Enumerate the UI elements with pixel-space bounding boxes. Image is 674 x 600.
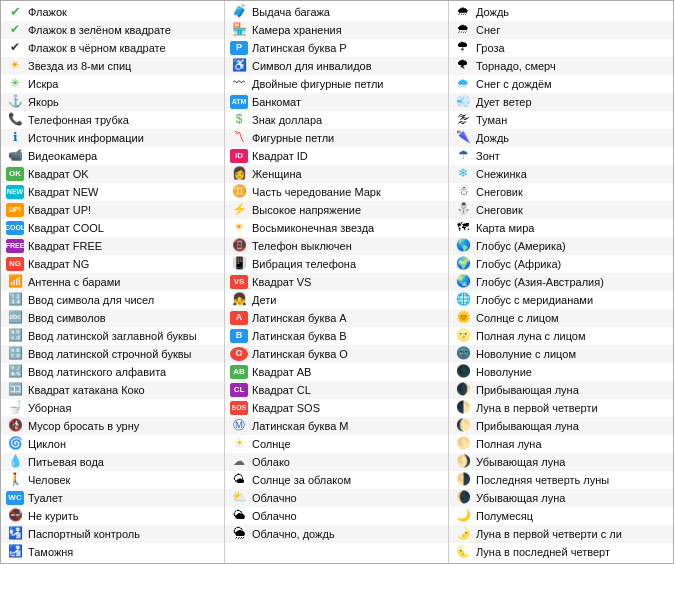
- item-label: Квадрат UP!: [28, 203, 91, 217]
- icon-cell: ATM: [229, 94, 249, 110]
- list-item: 🌨Снег: [449, 21, 673, 39]
- icon-cell: 🌒: [453, 382, 473, 398]
- item-label: Квадрат катакана Коко: [28, 383, 145, 397]
- item-label: Знак доллара: [252, 113, 322, 127]
- icon-cell: 🌏: [453, 274, 473, 290]
- icon-cell: 📹: [5, 148, 25, 164]
- list-item: 〽Фигурные петли: [225, 129, 448, 147]
- badge-icon: A: [230, 311, 248, 325]
- emoji-icon: ❄: [458, 166, 468, 182]
- icon-cell: ☃: [453, 184, 473, 200]
- emoji-icon: 🏪: [232, 22, 247, 38]
- item-label: Флажок: [28, 5, 67, 19]
- item-label: Квадрат NG: [28, 257, 89, 271]
- icon-cell: 🌫: [453, 112, 473, 128]
- icon-cell: COOL: [5, 220, 25, 236]
- emoji-icon: ☃: [458, 184, 469, 200]
- list-item: 🌕Полная луна: [449, 435, 673, 453]
- icon-cell: ✴: [229, 220, 249, 236]
- list-item: 🌫Туман: [449, 111, 673, 129]
- item-label: Солнце за облаком: [252, 473, 351, 487]
- item-label: Гроза: [476, 41, 505, 55]
- list-item: 🔠Ввод латинской строчной буквы: [1, 345, 224, 363]
- icon-cell: 🌪: [453, 58, 473, 74]
- list-item: ☀Солнце: [225, 435, 448, 453]
- icon-cell: ℹ: [5, 130, 25, 146]
- icon-cell: 🌎: [453, 238, 473, 254]
- list-item: ❄Снежинка: [449, 165, 673, 183]
- item-label: Новолуние: [476, 365, 532, 379]
- emoji-icon: 🌜: [456, 544, 471, 560]
- list-item: 🌤Солнце за облаком: [225, 471, 448, 489]
- list-item: ✔Флажок в зелёном квадрате: [1, 21, 224, 39]
- emoji-icon: 🈁: [8, 382, 23, 398]
- item-label: Прибывающая луна: [476, 419, 579, 433]
- icon-cell: 🔠: [5, 346, 25, 362]
- badge-icon: SOS: [230, 401, 248, 415]
- item-label: Снежинка: [476, 167, 527, 181]
- list-item: 🌑Новолуние: [449, 363, 673, 381]
- column-1: 🧳Выдача багажа🏪Камера храненияPЛатинская…: [225, 1, 449, 563]
- item-label: Облачно: [252, 491, 297, 505]
- emoji-icon: 🌙: [456, 508, 471, 524]
- badge-icon: AB: [230, 365, 248, 379]
- list-item: $Знак доллара: [225, 111, 448, 129]
- list-item: 🏪Камера хранения: [225, 21, 448, 39]
- icon-cell: 🌧: [453, 4, 473, 20]
- item-label: Глобус с меридианами: [476, 293, 593, 307]
- list-item: 📞Телефонная трубка: [1, 111, 224, 129]
- icon-cell: 🧳: [229, 4, 249, 20]
- emoji-icon: ℹ: [13, 130, 18, 146]
- emoji-icon: 🌞: [456, 310, 471, 326]
- icon-cell: Ⓜ: [229, 418, 249, 434]
- item-label: Символ для инвалидов: [252, 59, 372, 73]
- item-label: Звезда из 8-ми спиц: [28, 59, 131, 73]
- item-label: Паспортный контроль: [28, 527, 140, 541]
- list-item: 🌧Снег с дождём: [449, 75, 673, 93]
- list-item: ✔Флажок: [1, 3, 224, 21]
- item-label: Фигурные петли: [252, 131, 334, 145]
- list-item: 🛂Паспортный контроль: [1, 525, 224, 543]
- icon-cell: 🌝: [453, 328, 473, 344]
- emoji-icon: 🛂: [8, 526, 23, 542]
- emoji-icon: 💧: [8, 454, 23, 470]
- icon-cell: FREE: [5, 238, 25, 254]
- list-item: 🚽Уборная: [1, 399, 224, 417]
- item-label: Последняя четверть луны: [476, 473, 609, 487]
- emoji-icon: ✔: [10, 40, 20, 56]
- item-label: Питьевая вода: [28, 455, 104, 469]
- item-label: Источник информации: [28, 131, 144, 145]
- item-label: Флажок в чёрном квадрате: [28, 41, 166, 55]
- icon-cell: 🚽: [5, 400, 25, 416]
- list-item: 💨Дует ветер: [449, 93, 673, 111]
- main-container: ✔Флажок✔Флажок в зелёном квадрате✔Флажок…: [0, 0, 674, 564]
- emoji-icon: 🌚: [456, 346, 471, 362]
- icon-cell: 〰: [229, 76, 249, 92]
- emoji-icon: 🔡: [8, 328, 23, 344]
- emoji-icon: 🌛: [456, 526, 471, 542]
- emoji-icon: 🌘: [456, 490, 471, 506]
- list-item: 🈁Квадрат катакана Коко: [1, 381, 224, 399]
- list-item: ⚓Якорь: [1, 93, 224, 111]
- item-label: Торнадо, смерч: [476, 59, 556, 73]
- list-item: ☃Снеговик: [449, 183, 673, 201]
- icon-cell: 🌨: [453, 22, 473, 38]
- badge-icon: OK: [6, 167, 24, 181]
- emoji-icon: ⚓: [8, 94, 23, 110]
- list-item: ⓂЛатинская буква M: [225, 417, 448, 435]
- item-label: Новолуние с лицом: [476, 347, 576, 361]
- item-label: Квадрат CL: [252, 383, 311, 397]
- icon-cell: 🌤: [229, 472, 249, 488]
- list-item: ⛄Снеговик: [449, 201, 673, 219]
- list-item: VSКвадрат VS: [225, 273, 448, 291]
- item-label: Убывающая луна: [476, 491, 565, 505]
- item-label: Высокое напряжение: [252, 203, 361, 217]
- item-label: Мусор бросать в урну: [28, 419, 139, 433]
- emoji-icon: 🌕: [456, 436, 471, 452]
- list-item: 🌧Дождь: [449, 3, 673, 21]
- emoji-icon: 🌧: [457, 76, 469, 92]
- icon-cell: 🚯: [5, 418, 25, 434]
- list-item: ✔Флажок в чёрном квадрате: [1, 39, 224, 57]
- list-item: IDКвадрат ID: [225, 147, 448, 165]
- list-item: OЛатинская буква O: [225, 345, 448, 363]
